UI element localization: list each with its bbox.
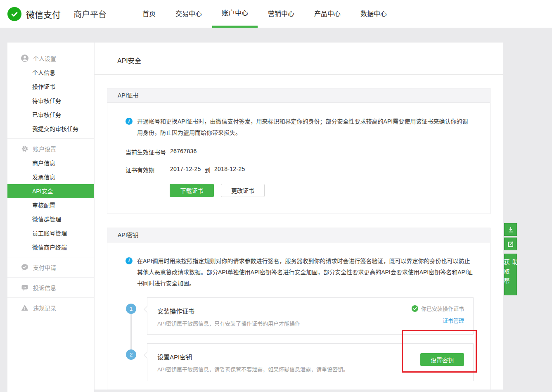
step-1-install-cert-box: 安装操作证书 API密钥属于敏感信息，只有安装了操作证书的用户才能操作 你已安装…	[147, 297, 474, 335]
api-certificate-card: API证书 i 开通帐号和更换API证书时，由微信支付签发，用来标识和界定你的身…	[107, 88, 490, 214]
sidebar-section-violation-record: 违规记录	[7, 297, 94, 318]
certificate-info-text: 开通帐号和更换API证书时，由微信支付签发，用来标识和界定你的身份；部分安全性要…	[137, 116, 474, 138]
step-1-right: 你已安装操作证书 证书管理	[412, 304, 464, 324]
step-connector-line	[130, 314, 132, 350]
step-1-badge: 1	[126, 304, 136, 314]
sidebar-item-reviewed-tasks[interactable]: 已审核任务	[7, 108, 94, 122]
api-key-card-title: API密钥	[107, 228, 490, 242]
api-key-steps: 1 安装操作证书 API密钥属于敏感信息，只有安装了操作证书的用户才能操作 你已…	[126, 297, 474, 381]
step-1-status: 你已安装操作证书	[412, 304, 464, 312]
nav-item-transaction-center[interactable]: 交易中心	[175, 0, 202, 28]
sidebar-item-merchant-info[interactable]: 商户信息	[7, 156, 94, 170]
page-title: API安全	[95, 43, 503, 65]
sidebar: 个人设置 个人信息 操作证书 待审核任务 已审核任务 我提交的审核任务 账户设置…	[7, 43, 94, 392]
wechat-pay-logo-icon	[7, 7, 21, 21]
download-certificate-button[interactable]: 下载证书	[170, 184, 214, 197]
certificate-validity-row: 证书有效期 2017-12-25 到 2018-12-25	[126, 166, 474, 174]
sidebar-item-staff-account-mgmt[interactable]: 员工账号管理	[7, 226, 94, 240]
sidebar-item-review-config[interactable]: 审核配置	[7, 198, 94, 212]
nav-item-home[interactable]: 首页	[142, 0, 156, 28]
sidebar-section-personal: 个人设置 个人信息 操作证书 待审核任务 已审核任务 我提交的审核任务	[7, 43, 94, 138]
step-2-description: API密钥属于敏感信息，请妥善保管不要泄露，如果怀疑信息泄露，请重设密钥。	[157, 365, 463, 373]
nav-item-account-center[interactable]: 账户中心	[212, 0, 258, 28]
nav-item-marketing-center[interactable]: 营销中心	[268, 0, 294, 28]
page-header: API安全	[95, 43, 503, 75]
check-circle-icon	[412, 305, 418, 312]
sidebar-header-complaint-info[interactable]: 投诉信息	[7, 280, 94, 295]
info-icon: i	[126, 118, 133, 125]
gear-icon	[21, 145, 28, 152]
brand-divider	[67, 9, 67, 19]
info-icon: i	[126, 257, 133, 264]
api-key-card: API密钥 i 在API调用时用来按照指定规则对你的请求参数进行签名，服务器收到…	[107, 228, 490, 390]
change-certificate-button[interactable]: 更改证书	[221, 184, 265, 197]
certificate-valid-from: 2017-12-25	[170, 166, 201, 174]
api-certificate-card-title: API证书	[107, 88, 490, 103]
brand-subtitle: 商户平台	[73, 8, 107, 20]
sidebar-item-pending-tasks[interactable]: 待审核任务	[7, 94, 94, 108]
nav-item-data-center[interactable]: 数据中心	[360, 0, 387, 28]
float-download-button[interactable]	[504, 223, 517, 236]
sidebar-header-payment-application[interactable]: 支付申请	[7, 260, 94, 275]
step-2-title: 设置API密钥	[157, 352, 463, 361]
certificate-valid-join: 到	[205, 166, 211, 174]
nav-item-product-center[interactable]: 产品中心	[314, 0, 341, 28]
sidebar-section-title: 账户设置	[33, 145, 56, 153]
sidebar-header-account-settings: 账户设置	[7, 141, 94, 156]
certificate-number-row: 当前生效证书号 26767836	[126, 148, 474, 156]
sidebar-item-invoice-info[interactable]: 发票信息	[7, 170, 94, 184]
warning-icon	[21, 304, 28, 311]
step-2-badge: 2	[126, 349, 136, 360]
sidebar-item-operation-cert[interactable]: 操作证书	[7, 80, 94, 94]
certificate-buttons: 下载证书 更改证书	[170, 184, 474, 197]
edit-icon	[507, 241, 514, 247]
download-icon	[507, 226, 514, 233]
certificate-management-link[interactable]: 证书管理	[443, 316, 464, 324]
certificate-number-label: 当前生效证书号	[126, 148, 170, 156]
user-icon	[21, 55, 28, 62]
api-certificate-card-body: i 开通帐号和更换API证书时，由微信支付签发，用来标识和界定你的身份；部分安全…	[107, 103, 490, 214]
sidebar-section-title: 支付申请	[33, 263, 56, 271]
sidebar-item-api-security[interactable]: API安全	[7, 184, 94, 198]
sidebar-header-violation-record[interactable]: 违规记录	[7, 300, 94, 315]
set-api-key-button[interactable]: 设置密钥	[420, 353, 464, 366]
certificate-valid-to: 2018-12-25	[214, 166, 245, 174]
certificate-number-value: 26767836	[170, 148, 197, 156]
float-feedback-button[interactable]	[504, 238, 517, 250]
sidebar-section-complaint-info: 投诉信息	[7, 277, 94, 297]
api-key-info-text: 在API调用时用来按照指定规则对你的请求参数进行签名，服务器收到你的请求时会进行…	[137, 256, 474, 289]
floating-help-bar: 获取帮助	[504, 223, 517, 295]
sidebar-header-personal-settings: 个人设置	[7, 51, 94, 66]
certificate-info-row: i 开通帐号和更换API证书时，由微信支付签发，用来标识和界定你的身份；部分安全…	[126, 103, 474, 138]
step-2-set-api-key-box: 设置API密钥 API密钥属于敏感信息，请妥善保管不要泄露，如果怀疑信息泄露，请…	[147, 343, 474, 381]
sidebar-section-title: 投诉信息	[33, 283, 56, 292]
sidebar-section-title: 违规记录	[33, 304, 56, 312]
certificate-validity-label: 证书有效期	[126, 166, 170, 174]
brand: 微信支付 商户平台	[7, 0, 107, 28]
step-1-status-text: 你已安装操作证书	[421, 304, 464, 312]
sidebar-item-personal-info[interactable]: 个人信息	[7, 66, 94, 80]
sidebar-section-payment-application: 支付申请	[7, 257, 94, 277]
api-key-card-body: i 在API调用时用来按照指定规则对你的请求参数进行签名，服务器收到你的请求时会…	[107, 242, 490, 390]
sidebar-item-wechat-merchant-terminal[interactable]: 微信商户终端	[7, 240, 94, 254]
get-help-button[interactable]: 获取帮助	[504, 254, 517, 295]
top-header: 微信支付 商户平台 首页 交易中心 账户中心 营销中心 产品中心 数据中心	[0, 0, 552, 28]
primary-nav: 首页 交易中心 账户中心 营销中心 产品中心 数据中心	[142, 0, 387, 28]
chat-icon	[21, 284, 28, 291]
sidebar-item-wechat-group-mgmt[interactable]: 微信群管理	[7, 212, 94, 226]
main-panel: API安全 API证书 i 开通帐号和更换API证书时，由微信支付签发，用来标识…	[94, 43, 503, 390]
brand-name: 微信支付	[26, 8, 61, 20]
sidebar-item-my-submitted-tasks[interactable]: 我提交的审核任务	[7, 122, 94, 136]
sidebar-section-account: 账户设置 商户信息 发票信息 API安全 审核配置 微信群管理 员工账号管理 微…	[7, 138, 94, 257]
api-key-info-row: i 在API调用时用来按照指定规则对你的请求参数进行签名，服务器收到你的请求时会…	[126, 242, 474, 289]
sidebar-section-title: 个人设置	[33, 54, 56, 62]
chat-check-icon	[21, 264, 28, 271]
